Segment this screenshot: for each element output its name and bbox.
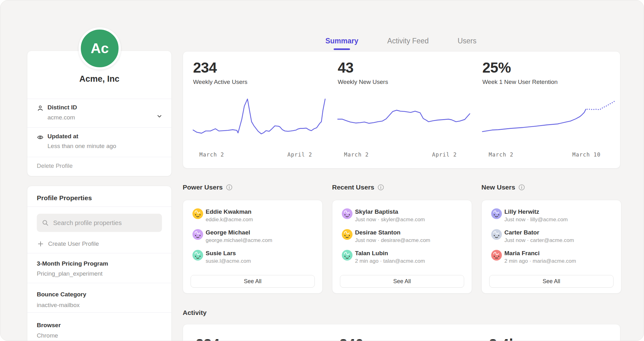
user-avatar [192, 208, 203, 219]
weekly-active-users-line-chart [193, 98, 325, 136]
metric-column-week1-retention: 25% Week 1 New User Retention March 2 Ma… [482, 52, 614, 168]
metric-value: 234 [193, 59, 217, 76]
section-title: Power Users [183, 184, 223, 191]
user-subtext: 2 min ago · maria@acme.com [504, 258, 576, 264]
x-axis-tick: March 10 [572, 151, 601, 158]
divider [27, 157, 171, 157]
profile-properties-title: Profile Properties [37, 194, 92, 202]
week1-retention-line-chart [482, 98, 614, 136]
tab-activity-feed-label: Activity Feed [387, 37, 429, 45]
info-icon[interactable] [226, 184, 233, 191]
activity-metric: 234 [196, 336, 220, 341]
summary-metrics-card: 234 Weekly Active Users March 2 April 2 … [183, 51, 620, 168]
user-name[interactable]: Skylar Baptista [355, 208, 398, 215]
user-name[interactable]: Desirae Stanton [355, 229, 401, 236]
info-icon[interactable] [518, 184, 525, 191]
property-value: Chrome [37, 332, 58, 339]
recent-users-header: Recent Users [332, 184, 384, 191]
search-icon [42, 219, 49, 226]
section-title: Recent Users [332, 184, 374, 191]
user-name[interactable]: Eddie Kwakman [206, 208, 252, 215]
x-axis-tick: April 2 [287, 151, 312, 158]
search-input[interactable] [53, 219, 162, 227]
divider [27, 283, 171, 283]
field-label-updated-at: Updated at [47, 133, 78, 140]
divider [27, 206, 171, 207]
divider [27, 99, 171, 99]
user-subtext: 2 min ago · talan@acme.com [355, 258, 425, 264]
profile-summary-card: Acme, Inc Distinct ID acme.com Updated a… [27, 51, 172, 176]
user-subtext: george.michael@acme.com [206, 237, 272, 244]
avatar-initials: Ac [91, 40, 109, 57]
active-tab-underline [334, 48, 350, 50]
info-icon[interactable] [377, 184, 384, 191]
activity-metric: 240 [339, 336, 364, 341]
divider [27, 253, 171, 253]
user-subtext: Just now · lilly@acme.com [504, 217, 568, 223]
metric-label: Weekly New Users [338, 79, 388, 85]
see-all-button[interactable]: See All [489, 275, 613, 288]
metric-value: 25% [482, 59, 511, 76]
user-name[interactable]: Talan Lubin [355, 250, 388, 257]
user-name[interactable]: Lilly Herwitz [504, 208, 539, 215]
field-value-updated-at: Less than one minute ago [47, 143, 116, 150]
user-avatar [342, 208, 353, 219]
activity-metric: 3.4k [489, 336, 517, 341]
tab-users[interactable]: Users [458, 37, 476, 50]
activity-section-title: Activity [183, 309, 207, 316]
plus-icon [37, 241, 44, 247]
metric-label: Week 1 New User Retention [482, 79, 558, 85]
create-user-profile-label: Create User Profile [48, 240, 99, 247]
user-name[interactable]: Maria Franci [504, 250, 540, 257]
user-subtext: susie.l@acme.com [206, 258, 251, 264]
property-value: inactive-mailbox [37, 302, 80, 309]
section-title: New Users [481, 184, 515, 191]
avatar: Ac [79, 27, 121, 69]
user-avatar [192, 229, 203, 240]
search-profile-properties[interactable] [37, 214, 162, 232]
user-subtext: Just now · desirare@acme.com [355, 237, 430, 244]
x-axis-tick: April 2 [432, 151, 457, 158]
tab-users-label: Users [458, 37, 476, 45]
power-users-card: Eddie Kwakman eddie.k@acme.com George Mi… [183, 200, 323, 294]
user-name[interactable]: Carter Bator [504, 229, 539, 236]
metric-value: 43 [338, 59, 353, 76]
app-window: Ac Acme, Inc Distinct ID acme.com Update… [0, 0, 644, 341]
main-tabs: Summary Activity Feed Users [182, 37, 620, 50]
user-subtext: eddie.k@acme.com [206, 217, 253, 223]
new-users-card: Lilly Herwitz Just now · lilly@acme.com … [481, 200, 621, 294]
user-subtext: Just now · carter@acme.com [504, 237, 574, 244]
property-name: Bounce Category [37, 291, 86, 298]
metric-label: Weekly Active Users [193, 79, 247, 85]
user-avatar [491, 229, 502, 240]
metric-column-weekly-new-users: 43 Weekly New Users March 2 April 2 [338, 52, 470, 168]
user-avatar [192, 250, 203, 261]
metric-column-weekly-active-users: 234 Weekly Active Users March 2 April 2 [193, 52, 325, 168]
see-all-button[interactable]: See All [191, 275, 315, 288]
user-avatar [342, 250, 353, 261]
user-avatar [491, 250, 502, 261]
new-users-header: New Users [481, 184, 525, 191]
chevron-down-icon[interactable] [156, 113, 163, 119]
see-all-button[interactable]: See All [340, 275, 464, 288]
divider [27, 127, 171, 128]
create-user-profile-button[interactable]: Create User Profile [37, 240, 99, 247]
tab-activity-feed[interactable]: Activity Feed [387, 37, 429, 50]
user-name[interactable]: Susie Lars [206, 250, 236, 257]
tab-summary-label: Summary [325, 37, 358, 45]
company-name: Acme, Inc [27, 74, 171, 84]
person-icon [37, 105, 44, 112]
property-name: 3-Month Pricing Program [37, 260, 108, 267]
power-users-header: Power Users [183, 184, 233, 191]
property-name: Browser [37, 322, 61, 329]
user-name[interactable]: George Michael [206, 229, 250, 236]
weekly-new-users-line-chart [338, 98, 470, 136]
user-avatar [491, 208, 502, 219]
property-value: Pricing_plan_experiment [37, 270, 103, 277]
field-label-distinct-id: Distinct ID [47, 104, 77, 111]
x-axis-tick: March 2 [344, 151, 369, 158]
user-avatar [342, 229, 353, 240]
delete-profile-button[interactable]: Delete Profile [37, 162, 73, 169]
tab-summary[interactable]: Summary [325, 37, 358, 50]
x-axis-tick: March 2 [489, 151, 514, 158]
